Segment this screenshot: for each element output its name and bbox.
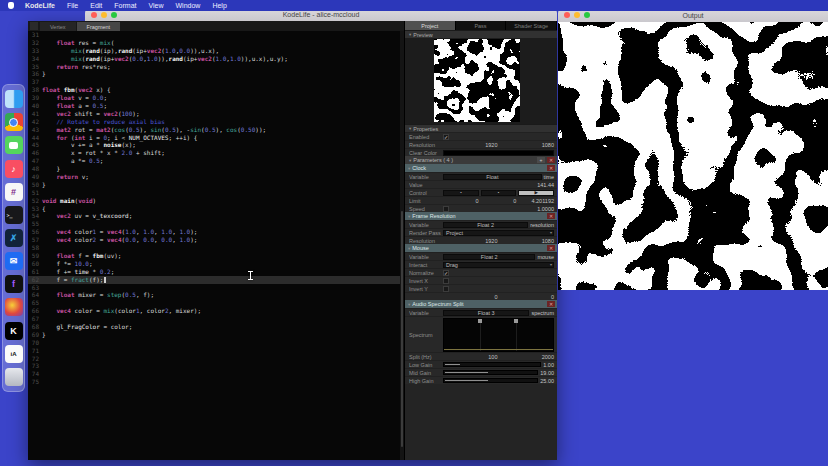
menu-view[interactable]: View — [142, 2, 169, 9]
code-line-47[interactable]: 47 a *= 0.5; — [28, 157, 400, 165]
remove-parameter-button[interactable]: ✕ — [547, 157, 555, 163]
audio-spectrum-group-header[interactable]: ▾ Audio Spectrum Split ✕ — [405, 300, 557, 308]
frame-resolution-group-header[interactable]: ▾ Frame Resolution ✕ — [405, 212, 557, 220]
frame-resolution-close-button[interactable]: ✕ — [547, 213, 555, 219]
dock-icon-photos[interactable] — [5, 298, 23, 316]
menu-format[interactable]: Format — [108, 2, 142, 9]
code-line-31[interactable]: 31 — [28, 31, 400, 39]
dock-icon-chrome[interactable] — [5, 113, 23, 131]
menu-help[interactable]: Help — [206, 2, 232, 9]
code-line-58[interactable]: 58 — [28, 244, 400, 252]
code-line-62[interactable]: 62 f = fract(f); — [28, 276, 400, 284]
enabled-checkbox[interactable]: ✓ — [443, 134, 449, 140]
clock-group-header[interactable]: ▾ Clock ✕ — [405, 164, 557, 172]
spectrum-display[interactable] — [443, 318, 554, 352]
code-line-39[interactable]: 39 float v = 0.0; — [28, 94, 400, 102]
spectrum-handle-high[interactable] — [514, 319, 518, 323]
resolution-height-field[interactable]: 1080 — [500, 142, 555, 148]
minimize-button[interactable] — [574, 12, 580, 18]
code-line-51[interactable]: 51 — [28, 189, 400, 197]
render-pass-dropdown[interactable]: Project ▾ — [443, 230, 554, 236]
code-line-56[interactable]: 56 vec4 color1 = vec4(1.0, 1.0, 1.0, 1.0… — [28, 228, 400, 236]
audio-spectrum-close-button[interactable]: ✕ — [547, 301, 555, 307]
code-line-73[interactable]: 73 — [28, 362, 400, 370]
dock-icon-figma[interactable]: f — [5, 275, 23, 293]
code-line-68[interactable]: 68 gl_FragColor = color; — [28, 323, 400, 331]
mouse-interact-dropdown[interactable]: Drag ▾ — [443, 262, 554, 268]
add-parameter-button[interactable]: + — [537, 157, 545, 163]
code-line-74[interactable]: 74 — [28, 370, 400, 378]
code-line-49[interactable]: 49 return v; — [28, 173, 400, 181]
close-button[interactable] — [91, 12, 97, 18]
menu-file[interactable]: File — [61, 2, 84, 9]
preview-section-header[interactable]: ▾ Preview — [405, 30, 557, 38]
invert-x-checkbox[interactable]: ✓ — [443, 278, 449, 284]
dock-icon-trash[interactable] — [5, 368, 23, 386]
apple-icon[interactable] — [8, 2, 14, 9]
code-line-70[interactable]: 70 — [28, 339, 400, 347]
zoom-button[interactable] — [111, 12, 117, 18]
code-line-69[interactable]: 69} — [28, 331, 400, 339]
low-gain-slider[interactable] — [443, 362, 541, 367]
code-line-59[interactable]: 59 float f = fbm(uv); — [28, 252, 400, 260]
clock-limit-min[interactable]: 0 — [443, 198, 479, 204]
clock-pause-button[interactable]: • — [481, 190, 517, 196]
panel-tab-shader-stage[interactable]: Shader Stage — [506, 21, 557, 30]
code-line-50[interactable]: 50} — [28, 181, 400, 189]
mouse-group-header[interactable]: ▾ Mouse ✕ — [405, 244, 557, 252]
mouse-close-button[interactable]: ✕ — [547, 245, 555, 251]
close-button[interactable] — [564, 12, 570, 18]
code-line-52[interactable]: 52void main(void) — [28, 197, 400, 205]
code-line-40[interactable]: 40 float a = 0.5; — [28, 102, 400, 110]
dock-icon-vscode[interactable]: ✗ — [5, 229, 23, 247]
menu-edit[interactable]: Edit — [84, 2, 108, 9]
code-line-35[interactable]: 35 return res*res; — [28, 63, 400, 71]
parameters-header[interactable]: ▾ Parameters ( 4 ) + ✕ — [405, 156, 557, 164]
split-low-field[interactable]: 100 — [443, 354, 498, 360]
code-line-34[interactable]: 34 mix(rand(ip+vec2(0.0,1.0)),rand(ip+ve… — [28, 55, 400, 63]
frame-resolution-type-dropdown[interactable]: Float 2 — [443, 222, 528, 228]
dock-icon-terminal[interactable]: >_ — [5, 206, 23, 224]
mouse-type-dropdown[interactable]: Float 2 — [443, 254, 535, 260]
clock-limit-max[interactable]: 0 — [481, 198, 517, 204]
code-line-75[interactable]: 75 — [28, 378, 400, 386]
normalize-checkbox[interactable]: ✓ — [443, 270, 449, 276]
code-line-37[interactable]: 37 — [28, 78, 400, 86]
minimize-button[interactable] — [101, 12, 107, 18]
panel-tab-project[interactable]: Project — [405, 21, 456, 30]
code-line-43[interactable]: 43 mat2 rot = mat2(cos(0.5), sin(0.5), -… — [28, 126, 400, 134]
mid-gain-slider[interactable] — [443, 370, 538, 375]
dock-icon-finder[interactable] — [5, 90, 23, 108]
split-high-field[interactable]: 2000 — [500, 354, 555, 360]
menu-kodelife[interactable]: KodeLife — [19, 2, 61, 9]
zoom-button[interactable] — [584, 12, 590, 18]
dock-icon-music[interactable]: ♪ — [5, 160, 23, 178]
code-line-63[interactable]: 63 — [28, 284, 400, 292]
code-line-61[interactable]: 61 f += time * 0.2; — [28, 268, 400, 276]
dock-icon-ia-writer[interactable]: iA — [5, 345, 23, 363]
frame-resolution-height[interactable]: 1080 — [500, 238, 555, 244]
code-line-38[interactable]: 38float fbm(vec2 x) { — [28, 86, 400, 94]
clock-stop-button[interactable]: • — [443, 190, 479, 196]
menu-window[interactable]: Window — [170, 2, 207, 9]
clock-close-button[interactable]: ✕ — [547, 165, 555, 171]
code-line-60[interactable]: 60 f *= 10.0; — [28, 260, 400, 268]
resolution-width-field[interactable]: 1920 — [443, 142, 498, 148]
panel-tab-pass[interactable]: Pass — [456, 21, 507, 30]
code-line-36[interactable]: 36} — [28, 70, 400, 78]
clock-type-dropdown[interactable]: Float — [443, 174, 542, 180]
audio-type-dropdown[interactable]: Float 3 — [443, 310, 529, 316]
dock-icon-mail[interactable]: ✉ — [5, 252, 23, 270]
code-line-65[interactable]: 65 — [28, 299, 400, 307]
code-line-54[interactable]: 54 vec2 uv = v_texcoord; — [28, 212, 400, 220]
code-line-33[interactable]: 33 mix(rand(ip),rand(ip+vec2(1.0,0.0)),u… — [28, 47, 400, 55]
tab-vertex[interactable]: Vertex — [40, 22, 76, 31]
code-line-46[interactable]: 46 x = rot * x * 2.0 + shift; — [28, 149, 400, 157]
editor-menu-button[interactable] — [30, 22, 38, 30]
code-line-71[interactable]: 71 — [28, 347, 400, 355]
code-line-45[interactable]: 45 v += a * noise(x); — [28, 141, 400, 149]
code-line-41[interactable]: 41 vec2 shift = vec2(100); — [28, 110, 400, 118]
clock-play-button[interactable]: ▶ — [518, 190, 554, 196]
dock-icon-kodelife[interactable]: K — [5, 322, 23, 340]
code-scrollbar[interactable] — [400, 31, 404, 460]
